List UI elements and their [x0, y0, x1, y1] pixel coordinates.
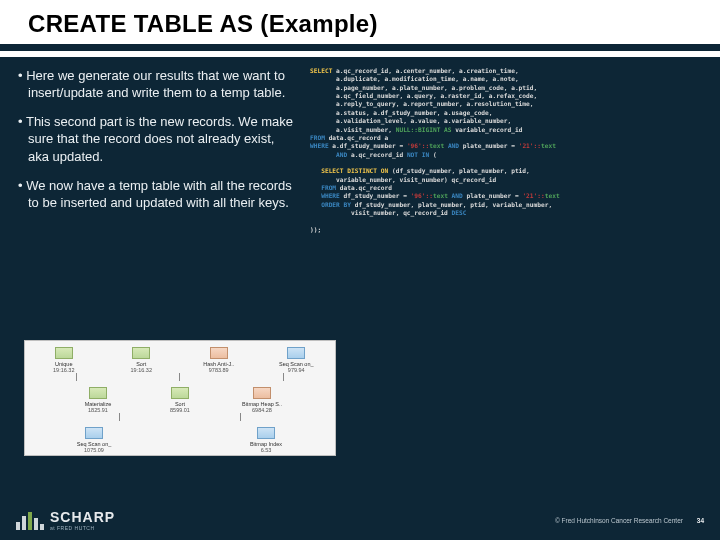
- logo-name: SCHARP: [50, 510, 115, 524]
- sql-keyword: AND: [448, 142, 459, 149]
- plan-connector: [119, 413, 120, 421]
- sql-literal: '96'::: [407, 142, 429, 149]
- sql-literal: '21'::: [519, 142, 541, 149]
- sql-type: text: [429, 142, 448, 149]
- plan-connector-row: [25, 413, 335, 421]
- plan-node-icon: [89, 387, 107, 399]
- sql-text: a.df_study_number =: [329, 142, 407, 149]
- bullet-item: Here we generate our results that we wan…: [18, 67, 298, 101]
- plan-node: Unique19:16.32: [38, 347, 90, 373]
- plan-row: Seq Scan on_1075.09 Bitmap Index6.53: [25, 421, 335, 453]
- sql-text: (df_study_number, plate_number, ptid,: [388, 167, 530, 174]
- sql-text: a.reply_to_query, a.report_number, a.res…: [310, 100, 534, 107]
- sql-code-block: SELECT a.qc_record_id, a.center_number, …: [310, 67, 702, 234]
- sql-keyword: FROM: [310, 134, 325, 141]
- sql-keyword: FROM: [310, 184, 336, 191]
- page-number: 34: [697, 517, 704, 524]
- sql-type: text: [541, 142, 556, 149]
- sql-text: (: [429, 151, 436, 158]
- footer: SCHARP at FRED HUTCH © Fred Hutchinson C…: [0, 504, 720, 540]
- sql-keyword: NULL::BIGINT AS: [396, 126, 452, 133]
- sql-literal: '21'::: [522, 192, 544, 199]
- sql-text: visit_number, qc_record_id: [310, 209, 452, 216]
- sql-text: plate_number =: [463, 192, 523, 199]
- logo-subtitle: at FRED HUTCH: [50, 526, 115, 531]
- plan-node-icon: [257, 427, 275, 439]
- plan-connector: [240, 413, 241, 421]
- sql-keyword: SELECT: [310, 67, 332, 74]
- plan-node: Seq Scan on_1075.09: [68, 427, 120, 453]
- plan-node-cost: 6.53: [240, 447, 292, 453]
- plan-node: Sort19:16.32: [115, 347, 167, 373]
- plan-node-cost: 1075.09: [68, 447, 120, 453]
- bullet-item: This second part is the new records. We …: [18, 113, 298, 164]
- sql-text: ));: [310, 226, 321, 233]
- sql-keyword: AND: [310, 151, 347, 158]
- plan-node-cost: 9783.89: [193, 367, 245, 373]
- sql-keyword: WHERE: [310, 142, 329, 149]
- sql-text: df_study_number, plate_number, ptid, var…: [351, 201, 552, 208]
- sql-text: a.status, a.df_study_number, a.usage_cod…: [310, 109, 493, 116]
- logo-bars-icon: [16, 510, 44, 530]
- plan-connector: [179, 373, 180, 381]
- sql-type: text: [433, 192, 452, 199]
- sql-text: df_study_number =: [340, 192, 411, 199]
- sql-text: a.visit_number,: [310, 126, 396, 133]
- sql-keyword: SELECT DISTINCT ON: [310, 167, 388, 174]
- sql-text: a.qc_field_number, a.query, a.raster_id,…: [310, 92, 537, 99]
- plan-node-icon: [253, 387, 271, 399]
- sql-text: a.page_number, a.plate_number, a.problem…: [310, 84, 537, 91]
- plan-node-icon: [287, 347, 305, 359]
- slide-title: CREATE TABLE AS (Example): [28, 10, 692, 38]
- sql-type: text: [545, 192, 560, 199]
- copyright: © Fred Hutchinson Cancer Research Center…: [555, 517, 704, 524]
- plan-node-cost: 6984.28: [236, 407, 288, 413]
- title-bar: CREATE TABLE AS (Example): [0, 0, 720, 44]
- sql-keyword: AND: [452, 192, 463, 199]
- plan-node-cost: 979.94: [270, 367, 322, 373]
- plan-node: Seq Scan on_979.94: [270, 347, 322, 373]
- query-plan-diagram: Unique19:16.32 Sort19:16.32 Hash Anti-J.…: [24, 340, 336, 456]
- sql-keyword: NOT IN: [407, 151, 429, 158]
- sql-text: data.qc_record: [336, 184, 392, 191]
- sql-keyword: WHERE: [310, 192, 340, 199]
- sql-text: variable_number, visit_number) qc_record…: [310, 176, 496, 183]
- sql-text: a.validation_level, a.value, a.variable_…: [310, 117, 511, 124]
- plan-node: Hash Anti-J..9783.89: [193, 347, 245, 373]
- plan-node-icon: [55, 347, 73, 359]
- plan-node-icon: [132, 347, 150, 359]
- sql-text: a.qc_record_id, a.center_number, a.creat…: [332, 67, 518, 74]
- plan-node-icon: [210, 347, 228, 359]
- plan-node-cost: 19:16.32: [38, 367, 90, 373]
- plan-node-icon: [171, 387, 189, 399]
- plan-node-cost: 19:16.32: [115, 367, 167, 373]
- plan-connector: [283, 373, 284, 381]
- plan-row: Unique19:16.32 Sort19:16.32 Hash Anti-J.…: [25, 341, 335, 373]
- sql-text: data.qc_record a: [325, 134, 388, 141]
- sql-keyword: DESC: [452, 209, 467, 216]
- plan-row: Materialize1825.91 Sort8599.01 Bitmap He…: [25, 381, 335, 413]
- plan-node-cost: 8599.01: [154, 407, 206, 413]
- plan-node-cost: 1825.91: [72, 407, 124, 413]
- plan-node: Materialize1825.91: [72, 387, 124, 413]
- content-area: Here we generate our results that we wan…: [0, 57, 720, 234]
- sql-text: variable_record_id: [452, 126, 523, 133]
- logo-text: SCHARP at FRED HUTCH: [50, 510, 115, 531]
- sql-literal: '96'::: [411, 192, 433, 199]
- copyright-text: © Fred Hutchinson Cancer Research Center: [555, 517, 683, 524]
- plan-node: Sort8599.01: [154, 387, 206, 413]
- plan-connector-row: [25, 373, 335, 381]
- sql-text: a.qc_record_id: [347, 151, 407, 158]
- bullet-column: Here we generate our results that we wan…: [18, 67, 298, 234]
- plan-node: Bitmap Index6.53: [240, 427, 292, 453]
- plan-node-icon: [85, 427, 103, 439]
- plan-node: Bitmap Heap S..6984.28: [236, 387, 288, 413]
- brand-logo: SCHARP at FRED HUTCH: [16, 510, 115, 531]
- sql-keyword: ORDER BY: [310, 201, 351, 208]
- bullet-item: We now have a temp table with all the re…: [18, 177, 298, 211]
- sql-text: a.duplicate, a.modification_time, a.name…: [310, 75, 519, 82]
- sql-text: plate_number =: [459, 142, 519, 149]
- plan-connector: [76, 373, 77, 381]
